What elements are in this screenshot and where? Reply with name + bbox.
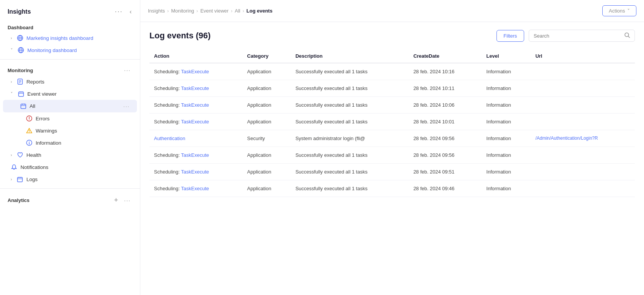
main-content: Insights › Monitoring › Event viewer › A…: [140, 0, 644, 295]
sidebar-title: Insights: [8, 8, 31, 15]
sidebar-item-health[interactable]: › Health: [3, 149, 137, 161]
breadcrumb-insights[interactable]: Insights: [148, 8, 165, 14]
warnings-label: Warnings: [36, 128, 57, 134]
cell-level: Information: [482, 130, 531, 147]
action-link[interactable]: TaskExecute: [181, 102, 209, 108]
cell-level: Information: [482, 80, 531, 97]
table-row: AuthenticationSecuritySystem administrat…: [149, 130, 635, 147]
action-link[interactable]: TaskExecute: [181, 69, 209, 74]
sidebar-item-information[interactable]: Information: [3, 137, 137, 149]
action-link[interactable]: TaskExecute: [181, 152, 209, 158]
chevron-right-icon: ›: [11, 36, 12, 40]
monitoring-dashboard-label: Monitoring dashboard: [27, 47, 77, 53]
col-action: Action: [149, 49, 243, 63]
event-viewer-icon: [17, 90, 24, 97]
all-more-button[interactable]: ···: [122, 103, 131, 110]
cell-action: Scheduling: TaskExecute: [149, 80, 243, 97]
cell-action: Scheduling: TaskExecute: [149, 180, 243, 197]
actions-chevron-icon: ˅: [627, 8, 630, 14]
event-viewer-chevron-icon: ˅: [11, 91, 13, 96]
sidebar-item-reports[interactable]: › Reports: [3, 76, 137, 88]
health-icon: [17, 151, 24, 158]
all-item-actions: ···: [122, 103, 131, 110]
sidebar-item-notifications[interactable]: Notifications: [3, 161, 137, 173]
analytics-more-button[interactable]: ···: [123, 197, 132, 204]
all-icon: [20, 103, 27, 110]
action-link[interactable]: Authentication: [154, 136, 185, 141]
page-title: Log events (96): [149, 31, 210, 41]
content-header: Log events (96) Filters: [149, 30, 635, 42]
breadcrumb-current: Log events: [247, 8, 273, 14]
monitoring-more-button[interactable]: ···: [123, 66, 132, 74]
cell-createdate: 28 feb. 2024 09:51: [409, 164, 482, 180]
table-row: Scheduling: TaskExecuteApplicationSucces…: [149, 80, 635, 97]
svg-rect-26: [17, 177, 22, 182]
reports-chevron-icon: ›: [11, 79, 12, 84]
col-description: Description: [291, 49, 409, 63]
breadcrumb-event-viewer[interactable]: Event viewer: [200, 8, 228, 14]
health-label: Health: [27, 152, 41, 158]
search-input[interactable]: [534, 33, 621, 39]
cell-url: [531, 147, 635, 164]
divider-1: [0, 59, 140, 60]
sidebar-item-warnings[interactable]: Warnings: [3, 125, 137, 137]
action-link[interactable]: TaskExecute: [181, 186, 209, 191]
log-events-table: Action Category Description CreateDate L…: [149, 49, 635, 197]
information-label: Information: [36, 140, 61, 146]
action-link[interactable]: TaskExecute: [181, 119, 209, 125]
cell-category: Application: [243, 147, 291, 164]
breadcrumb-all[interactable]: All: [235, 8, 240, 14]
cell-url: [531, 97, 635, 114]
search-icon: [624, 32, 630, 39]
svg-point-22: [29, 132, 29, 133]
action-link[interactable]: TaskExecute: [181, 85, 209, 91]
cell-url: [531, 114, 635, 130]
table-row: Scheduling: TaskExecuteApplicationSucces…: [149, 164, 635, 180]
sidebar-more-button[interactable]: ···: [113, 7, 124, 16]
cell-description: Successfully executed all 1 tasks: [291, 147, 409, 164]
cell-url: [531, 180, 635, 197]
analytics-add-button[interactable]: +: [113, 196, 121, 205]
sidebar-item-errors[interactable]: Errors: [3, 112, 137, 125]
sep-2: ›: [196, 8, 198, 14]
cell-description: System administrator login (fli@: [291, 130, 409, 147]
breadcrumb-actions: Actions ˅: [602, 5, 636, 16]
cell-level: Information: [482, 180, 531, 197]
cell-category: Application: [243, 180, 291, 197]
all-label: All: [30, 103, 35, 109]
filters-button[interactable]: Filters: [496, 30, 524, 42]
action-link[interactable]: TaskExecute: [181, 169, 209, 175]
log-events-table-wrap: Action Category Description CreateDate L…: [149, 49, 635, 197]
sep-4: ›: [242, 8, 244, 14]
event-viewer-label: Event viewer: [27, 91, 57, 97]
table-body: Scheduling: TaskExecuteApplicationSucces…: [149, 63, 635, 197]
table-row: Scheduling: TaskExecuteApplicationSucces…: [149, 147, 635, 164]
marketing-dashboard-label: Marketing insights dashboard: [27, 35, 93, 41]
actions-button[interactable]: Actions ˅: [602, 5, 636, 16]
sep-1: ›: [167, 8, 169, 14]
sidebar-item-all[interactable]: All ···: [3, 100, 137, 112]
sidebar-item-event-viewer[interactable]: ˅ Event viewer: [3, 88, 137, 100]
col-category: Category: [243, 49, 291, 63]
cell-action: Scheduling: TaskExecute: [149, 164, 243, 180]
divider-2: [0, 188, 140, 189]
sidebar-collapse-button[interactable]: ‹: [127, 8, 134, 16]
breadcrumb: Insights › Monitoring › Event viewer › A…: [140, 0, 644, 22]
cell-description: Successfully executed all 1 tasks: [291, 80, 409, 97]
cell-createdate: 28 feb. 2024 10:16: [409, 63, 482, 80]
table-row: Scheduling: TaskExecuteApplicationSucces…: [149, 114, 635, 130]
cell-category: Application: [243, 114, 291, 130]
table-header: Action Category Description CreateDate L…: [149, 49, 635, 63]
cell-createdate: 28 feb. 2024 09:56: [409, 130, 482, 147]
cell-action: Scheduling: TaskExecute: [149, 114, 243, 130]
sidebar-item-monitoring-dashboard[interactable]: ˅ Monitoring dashboard: [3, 44, 137, 56]
breadcrumb-monitoring[interactable]: Monitoring: [171, 8, 194, 14]
cell-level: Information: [482, 147, 531, 164]
globe2-icon: [17, 47, 24, 54]
sidebar-item-marketing-dashboard[interactable]: › Marketing insights dashboard: [3, 32, 137, 44]
logs-icon: [17, 176, 24, 183]
svg-point-25: [29, 141, 30, 142]
search-box: [529, 30, 635, 42]
sidebar-item-logs[interactable]: › Logs: [3, 173, 137, 185]
information-icon: [26, 139, 33, 146]
